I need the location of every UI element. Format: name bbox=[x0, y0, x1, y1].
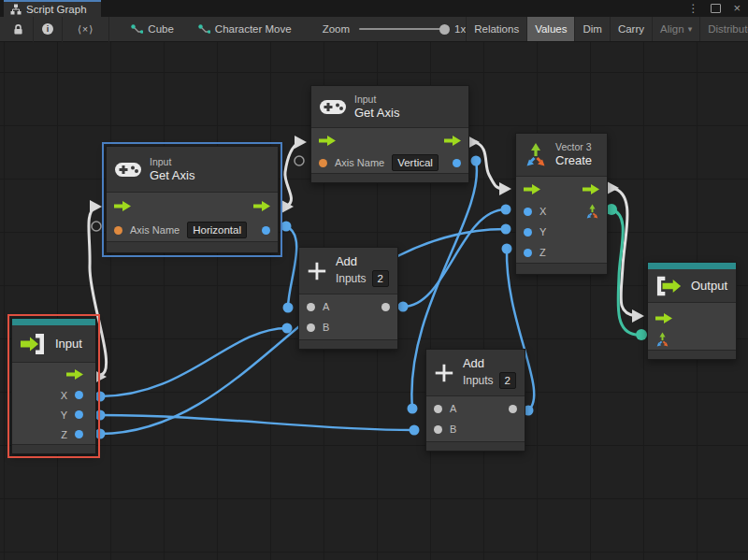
port-row-x: X bbox=[516, 201, 607, 222]
port-row-a: A bbox=[299, 296, 397, 317]
gamepad-icon bbox=[115, 162, 141, 178]
node-category: Vector 3 bbox=[555, 141, 592, 153]
output-port-z[interactable] bbox=[75, 430, 83, 438]
node-title: Get Axis bbox=[354, 106, 399, 121]
control-out-port[interactable] bbox=[444, 136, 461, 146]
node-category: Input bbox=[354, 93, 399, 106]
node-header: Add Inputs 2 bbox=[299, 248, 397, 294]
node-header: Input Get Axis bbox=[107, 147, 278, 193]
node-footer bbox=[299, 339, 397, 349]
axis-name-row: Axis Name Horizontal bbox=[107, 219, 278, 241]
value-out-port[interactable] bbox=[453, 159, 461, 167]
lock-icon bbox=[12, 23, 24, 36]
tab-script-graph[interactable]: Script Graph bbox=[4, 0, 101, 17]
window-controls: ⋮ × bbox=[687, 0, 741, 17]
node-header: Output bbox=[648, 269, 736, 303]
values-button[interactable]: Values bbox=[526, 17, 574, 41]
tab-bar: Script Graph ⋮ × bbox=[0, 0, 748, 17]
close-icon[interactable]: × bbox=[733, 0, 741, 17]
value-out-port[interactable] bbox=[262, 226, 270, 235]
graph-toolbar: i ⟨×⟩ Cube Character Move Zoom 1x bbox=[0, 17, 748, 42]
node-get-axis-vertical[interactable]: Input Get Axis Axis Name Vertical bbox=[310, 85, 469, 183]
align-dropdown[interactable]: Align ▾ bbox=[652, 17, 699, 41]
code-view-button[interactable]: ⟨×⟩ bbox=[63, 17, 108, 41]
input-port-b[interactable] bbox=[434, 425, 442, 434]
node-header: Vector 3 Create bbox=[516, 134, 607, 177]
input-port-b[interactable] bbox=[307, 323, 315, 332]
input-port-a[interactable] bbox=[307, 303, 315, 311]
graph-icon bbox=[131, 24, 143, 35]
node-title: Add bbox=[336, 254, 389, 269]
port-row-z: Z bbox=[12, 424, 95, 444]
node-footer bbox=[516, 263, 607, 274]
tab-label: Script Graph bbox=[26, 4, 87, 15]
node-footer bbox=[311, 173, 468, 182]
toolbar-separator bbox=[108, 17, 109, 42]
inputs-count-field[interactable]: 2 bbox=[499, 372, 516, 389]
control-in-port[interactable] bbox=[114, 201, 131, 211]
distribute-dropdown[interactable]: Distribute ▾ bbox=[699, 17, 748, 41]
node-add-1[interactable]: Add Inputs 2 A B bbox=[298, 247, 398, 350]
node-output[interactable]: Output bbox=[647, 262, 737, 360]
string-port[interactable] bbox=[114, 226, 122, 235]
port-row-b: B bbox=[426, 419, 525, 439]
lock-button[interactable] bbox=[0, 17, 33, 41]
port-row-y: Y bbox=[12, 405, 95, 424]
control-ports-row bbox=[311, 128, 468, 152]
gamepad-icon bbox=[320, 99, 346, 115]
output-port-x[interactable] bbox=[75, 391, 83, 399]
input-port-a[interactable] bbox=[434, 405, 442, 413]
dim-button[interactable]: Dim bbox=[574, 17, 609, 41]
maximize-icon[interactable] bbox=[711, 4, 721, 13]
node-footer bbox=[426, 441, 525, 451]
control-in-port[interactable] bbox=[319, 136, 336, 146]
graph-breadcrumb-cube[interactable]: Cube bbox=[122, 17, 182, 41]
control-in-port[interactable] bbox=[524, 184, 540, 194]
vector3-out-port[interactable] bbox=[585, 204, 599, 220]
node-title: Add bbox=[463, 356, 516, 371]
input-port-y[interactable] bbox=[524, 228, 532, 237]
inputs-count-field[interactable]: 2 bbox=[372, 270, 389, 287]
axis-name-field[interactable]: Horizontal bbox=[187, 222, 247, 238]
control-out-port[interactable] bbox=[253, 201, 270, 211]
control-in-port[interactable] bbox=[655, 313, 672, 323]
string-port[interactable] bbox=[319, 159, 327, 167]
control-ports-row bbox=[516, 177, 607, 201]
graph-output-icon bbox=[656, 275, 683, 297]
input-port-x[interactable] bbox=[524, 208, 532, 216]
relations-button[interactable]: Relations bbox=[466, 17, 526, 41]
value-in-row bbox=[648, 329, 736, 350]
node-get-axis-horizontal[interactable]: Input Get Axis Axis Name Horizontal bbox=[106, 146, 279, 253]
axis-name-field[interactable]: Vertical bbox=[392, 154, 439, 171]
node-title: Output bbox=[691, 279, 727, 294]
node-vector3-create[interactable]: Vector 3 Create X Y Z bbox=[515, 133, 608, 275]
port-row-b: B bbox=[299, 317, 397, 337]
output-port-y[interactable] bbox=[75, 410, 83, 419]
port-row-x: X bbox=[12, 385, 95, 405]
sum-out-port[interactable] bbox=[381, 303, 390, 311]
control-out-port[interactable] bbox=[583, 184, 599, 194]
node-add-2[interactable]: Add Inputs 2 A B bbox=[425, 349, 525, 452]
inputs-label: Inputs bbox=[336, 272, 367, 285]
graph-io-strip bbox=[648, 263, 736, 269]
menu-icon[interactable]: ⋮ bbox=[687, 0, 698, 17]
zoom-slider-knob[interactable] bbox=[439, 24, 450, 35]
node-header: Input Get Axis bbox=[311, 86, 468, 128]
node-input[interactable]: Input X Y Z bbox=[11, 318, 96, 454]
graph-breadcrumb-label: Character Move bbox=[215, 23, 292, 35]
vector3-in-port[interactable] bbox=[655, 332, 669, 348]
port-row-z: Z bbox=[516, 242, 607, 263]
node-category: Input bbox=[150, 156, 194, 168]
carry-button[interactable]: Carry bbox=[610, 17, 652, 41]
sum-out-port[interactable] bbox=[509, 405, 517, 413]
input-port-z[interactable] bbox=[524, 249, 532, 257]
script-graph-icon bbox=[10, 4, 22, 15]
plus-icon bbox=[308, 258, 326, 284]
axis-name-row: Axis Name Vertical bbox=[311, 152, 468, 173]
control-in-row bbox=[648, 303, 736, 329]
graph-breadcrumb-character-move[interactable]: Character Move bbox=[190, 17, 300, 41]
zoom-slider[interactable] bbox=[359, 28, 445, 30]
control-out-port[interactable] bbox=[66, 369, 83, 380]
graph-input-icon bbox=[20, 333, 48, 355]
info-button[interactable]: i bbox=[34, 17, 62, 41]
